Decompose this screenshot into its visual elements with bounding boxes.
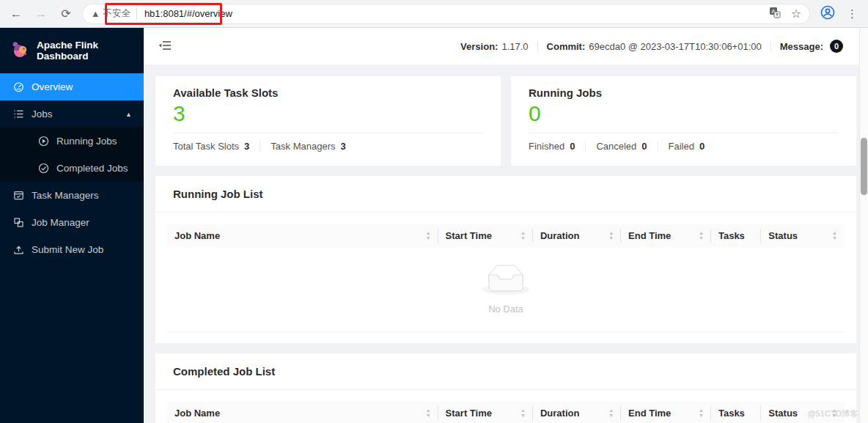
sidebar-item-label: Completed Jobs — [56, 163, 132, 174]
address-bar[interactable]: ▲︎ 不安全 hb1:8081/#/overview A ☆ — [82, 4, 810, 24]
bookmark-star-icon[interactable]: ☆ — [791, 7, 801, 21]
col-start-time[interactable]: Start Time▲▼ — [438, 402, 533, 423]
sidebar-item-job-manager[interactable]: Job Manager — [0, 209, 144, 236]
running-jobs-value: 0 — [529, 100, 839, 128]
sort-icon[interactable]: ▲▼ — [521, 231, 526, 240]
available-task-slots-card: Available Task Slots 3 Total Task Slots … — [155, 76, 501, 166]
failed-stat: Failed 0 — [669, 141, 705, 152]
col-duration[interactable]: Duration▲▼ — [533, 224, 621, 247]
total-task-slots-stat: Total Task Slots 3 — [173, 141, 249, 152]
col-duration[interactable]: Duration▲▼ — [533, 402, 621, 423]
available-task-slots-value: 3 — [173, 100, 483, 128]
message-count-badge: 0 — [830, 40, 843, 53]
sort-icon[interactable]: ▲▼ — [426, 408, 431, 418]
sidebar-item-submit-new-job[interactable]: Submit New Job — [0, 236, 144, 263]
warning-icon: ▲︎ — [91, 9, 100, 19]
col-status[interactable]: Status▲▼ — [761, 224, 845, 247]
col-tasks: Tasks — [711, 224, 761, 247]
app-logo-row[interactable]: Apache Flink Dashboard — [0, 28, 144, 73]
canceled-stat: Canceled 0 — [596, 141, 647, 152]
sidebar-item-overview[interactable]: Overview — [0, 73, 144, 100]
jobs-submenu: Running Jobs Completed Jobs — [0, 128, 144, 182]
divider — [260, 141, 260, 151]
sort-icon[interactable]: ▲▼ — [608, 231, 614, 240]
sidebar-item-running-jobs[interactable]: Running Jobs — [0, 128, 144, 155]
sort-icon[interactable]: ▲▼ — [608, 408, 614, 418]
flink-squirrel-logo — [10, 40, 29, 62]
running-job-list-title: Running Job List — [155, 176, 856, 213]
sidebar: Apache Flink Dashboard Overview Jobs ▲ R… — [0, 28, 144, 423]
running-jobs-card: Running Jobs 0 Finished 0 Canceled 0 — [511, 76, 856, 166]
reload-icon[interactable]: ⟳ — [59, 7, 73, 21]
security-chip[interactable]: ▲︎ 不安全 — [91, 7, 137, 20]
play-circle-icon — [38, 136, 49, 147]
completed-job-list-card: Completed Job List Job Name▲▼ Start Time… — [155, 353, 856, 423]
col-end-time[interactable]: End Time▲▼ — [621, 224, 711, 247]
sidebar-item-label: Jobs — [32, 108, 118, 119]
app-title: Apache Flink Dashboard — [37, 40, 133, 62]
back-icon[interactable]: ← — [9, 7, 23, 21]
job-manager-icon — [13, 217, 24, 228]
divider — [658, 141, 658, 151]
security-label: 不安全 — [103, 7, 130, 20]
card-title: Available Task Slots — [173, 87, 483, 99]
task-managers-icon — [13, 190, 24, 201]
chevron-up-icon: ▲ — [125, 111, 132, 118]
sort-icon[interactable]: ▲▼ — [832, 231, 837, 240]
completed-job-list-title: Completed Job List — [155, 353, 856, 390]
message-info[interactable]: Message: 0 — [771, 40, 852, 53]
scrollbar-thumb[interactable] — [861, 138, 867, 195]
list-icon — [13, 108, 24, 119]
page-scrollbar[interactable] — [859, 28, 868, 423]
translate-icon[interactable]: A — [769, 7, 781, 21]
sidebar-item-label: Overview — [32, 81, 132, 92]
col-start-time[interactable]: Start Time▲▼ — [438, 224, 533, 247]
sort-icon[interactable]: ▲▼ — [699, 231, 704, 240]
browser-toolbar: ← → ⟳ ▲︎ 不安全 hb1:8081/#/overview A ☆ ⋮ — [0, 0, 868, 28]
browser-menu-icon[interactable]: ⋮ — [847, 7, 858, 21]
sidebar-item-label: Job Manager — [32, 217, 132, 228]
col-end-time[interactable]: End Time▲▼ — [621, 402, 711, 423]
col-job-name[interactable]: Job Name▲▼ — [167, 402, 438, 423]
col-tasks: Tasks — [711, 402, 761, 423]
version-info: Version: 1.17.0 — [452, 41, 537, 52]
commit-label: Commit: — [547, 41, 586, 52]
dashboard-icon — [13, 81, 24, 92]
running-table-header: Job Name▲▼ Start Time▲▼ Duration▲▼ End T… — [167, 224, 845, 247]
col-status[interactable]: Status▲▼ — [761, 402, 845, 423]
top-header: Version: 1.17.0 Commit: 69ecda0 @ 2023-0… — [144, 28, 868, 65]
finished-stat: Finished 0 — [529, 141, 575, 152]
sidebar-item-label: Running Jobs — [56, 136, 132, 147]
forward-icon[interactable]: → — [34, 7, 48, 21]
url-text[interactable]: hb1:8081/#/overview — [137, 8, 769, 19]
version-label: Version: — [460, 41, 498, 52]
empty-state: No Data — [167, 247, 845, 332]
sidebar-item-task-managers[interactable]: Task Managers — [0, 182, 144, 209]
version-value: 1.17.0 — [501, 41, 528, 52]
sidebar-item-completed-jobs[interactable]: Completed Jobs — [0, 155, 144, 182]
running-job-list-card: Running Job List Job Name▲▼ Start Time▲▼… — [155, 176, 856, 343]
sidebar-item-label: Task Managers — [32, 190, 132, 201]
browser-nav-buttons: ← → ⟳ — [0, 7, 82, 21]
card-title: Running Jobs — [529, 87, 839, 99]
sort-icon[interactable]: ▲▼ — [521, 408, 526, 418]
sort-icon[interactable]: ▲▼ — [832, 408, 837, 418]
sidebar-item-label: Submit New Job — [32, 244, 132, 255]
empty-text: No Data — [488, 304, 523, 315]
profile-avatar-icon[interactable] — [820, 5, 835, 23]
task-managers-stat: Task Managers 3 — [271, 141, 345, 152]
check-circle-icon — [38, 163, 49, 174]
commit-value: 69ecda0 @ 2023-03-17T10:30:06+01:00 — [589, 41, 761, 52]
col-job-name[interactable]: Job Name▲▼ — [167, 224, 438, 247]
sort-icon[interactable]: ▲▼ — [426, 231, 431, 240]
divider — [585, 141, 586, 151]
message-label: Message: — [780, 41, 823, 52]
menu-fold-icon[interactable] — [158, 39, 173, 54]
upload-icon — [13, 244, 24, 255]
sidebar-item-jobs[interactable]: Jobs ▲ — [0, 100, 144, 128]
completed-table-header: Job Name▲▼ Start Time▲▼ Duration▲▼ End T… — [167, 402, 845, 423]
sort-icon[interactable]: ▲▼ — [699, 408, 704, 418]
commit-info: Commit: 69ecda0 @ 2023-03-17T10:30:06+01… — [538, 41, 770, 52]
empty-box-icon — [482, 265, 529, 298]
